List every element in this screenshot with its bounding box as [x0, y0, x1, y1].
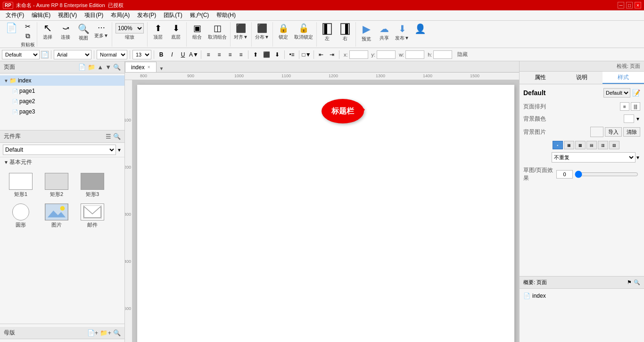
layout-grid-button[interactable]: ≡ [620, 102, 629, 111]
toolbar-zoom-in-button[interactable]: 🔍 视图 [75, 22, 92, 42]
comp-rect1[interactable]: 矩形1 [4, 171, 38, 200]
style-select[interactable]: Default [2, 50, 40, 59]
toolbar-unlock-button[interactable]: 🔓 取消锁定 [293, 22, 314, 41]
italic-button[interactable]: I [167, 50, 177, 59]
valign-top-button[interactable]: ⬆ [251, 50, 260, 59]
tree-item-page1[interactable]: 📄 page1 [0, 86, 124, 96]
toolbar-zoom-button[interactable]: 100% 75% 50% 150% 200% 缩放 [114, 22, 145, 41]
toolbar-copy-button[interactable]: ⧉ [21, 32, 35, 41]
components-search-button[interactable]: 🔍 [113, 133, 121, 140]
bg-image-import-button[interactable]: 导入 [605, 127, 622, 137]
right-tab-properties[interactable]: 属性 [520, 72, 561, 84]
canvas-wrapper[interactable]: 100 200 300 400 500 标题栏 [125, 80, 519, 342]
pages-move-up-button[interactable]: ▲ [97, 64, 103, 71]
toolbar-distribute-button[interactable]: ⬛ 分布▼ [254, 22, 271, 41]
style-name-select[interactable]: Default [603, 88, 630, 98]
fmt-new-style-button[interactable]: 📄 [41, 51, 49, 58]
right-tab-notes[interactable]: 说明 [561, 72, 603, 84]
menu-file[interactable]: 文件(F) [2, 10, 28, 20]
comp-rect3[interactable]: 矩形3 [75, 171, 109, 200]
tree-item-page2[interactable]: 📄 page2 [0, 96, 124, 106]
valign-mid-button[interactable]: ⬛ [262, 50, 271, 59]
x-input[interactable] [349, 50, 368, 59]
toolbar-bottom-button[interactable]: ⬇ 底层 [167, 22, 184, 41]
tile-btn-5[interactable]: ▥ [598, 141, 608, 149]
toolbar-share-button[interactable]: ☁ 共享 [376, 22, 393, 42]
tile-btn-1[interactable]: ▪ [553, 141, 563, 149]
close-button[interactable]: × [635, 2, 641, 8]
layout-col-button[interactable]: ||| [631, 102, 640, 111]
tree-item-page3[interactable]: 📄 page3 [0, 106, 124, 117]
sketch-slider[interactable] [575, 171, 638, 178]
tab-dropdown-button[interactable]: ▼ [158, 65, 165, 72]
right-tab-style[interactable]: 样式 [603, 72, 644, 84]
zoom-select[interactable]: 100% 75% 50% 150% 200% [116, 23, 144, 33]
toolbar-more-button[interactable]: ⋯ 更多▼ [93, 22, 110, 40]
tab-close-button[interactable]: × [148, 65, 150, 70]
bg-color-dropdown[interactable]: ▼ [636, 116, 640, 122]
menu-layout[interactable]: 布局(A) [107, 10, 133, 20]
toolbar-select-button[interactable]: ↖ 选择 [39, 22, 56, 41]
bold-button[interactable]: B [157, 50, 166, 59]
component-library-select[interactable]: Default [3, 145, 116, 155]
menu-help[interactable]: 帮助(H) [213, 10, 239, 20]
style-edit-button[interactable]: 📝 [632, 89, 640, 97]
comp-circle[interactable]: 圆形 [4, 202, 38, 230]
masters-add-folder-button[interactable]: 📁+ [100, 329, 111, 336]
comp-email[interactable]: 邮件 [75, 202, 109, 230]
tile-btn-2[interactable]: ▦ [564, 141, 574, 149]
toolbar-connect-button[interactable]: ⤻ 连接 [57, 22, 74, 41]
menu-edit[interactable]: 编辑(E) [28, 10, 54, 20]
collapse-basic-button[interactable]: ▼ [4, 160, 8, 165]
pages-search-button[interactable]: 🔍 [113, 64, 121, 71]
tile-btn-3[interactable]: ▩ [575, 141, 586, 149]
toolbar-align-button[interactable]: ⬛ 对齐▼ [232, 22, 249, 41]
toolbar-lock-button[interactable]: 🔒 锁定 [275, 22, 292, 41]
toolbar-preview-button[interactable]: ▶ 预览 [358, 22, 375, 43]
maximize-button[interactable]: □ [626, 2, 633, 8]
align-right-button[interactable]: ≡ [225, 50, 235, 59]
underline-button[interactable]: U [178, 50, 188, 59]
tree-item-index[interactable]: ▼ 📁 index [0, 75, 124, 86]
toolbar-cut-button[interactable]: ✂ [21, 22, 35, 31]
valign-bottom-button[interactable]: ⬇ [272, 50, 282, 59]
toolbar-group-button[interactable]: ▣ 组合 [189, 22, 206, 41]
toolbar-left-panel-button[interactable]: ▌ 左 [319, 22, 336, 43]
summary-search-button[interactable]: 🔍 [634, 279, 640, 285]
tile-btn-6[interactable]: ▧ [609, 141, 619, 149]
menu-project[interactable]: 项目(P) [81, 10, 107, 20]
y-input[interactable] [377, 50, 396, 59]
tile-btn-4[interactable]: ▤ [586, 141, 597, 149]
toolbar-top-button[interactable]: ⬆ 顶层 [149, 22, 166, 41]
comp-image[interactable]: 图片 [40, 202, 74, 230]
size-select[interactable]: 13 10 12 14 16 18 [132, 50, 151, 59]
toolbar-ungroup-button[interactable]: ◫ 取消组合 [206, 22, 228, 41]
menu-publish[interactable]: 发布(P) [133, 10, 160, 20]
bg-color-swatch[interactable] [624, 114, 634, 123]
bullet-button[interactable]: •≡ [287, 50, 297, 59]
weight-select[interactable]: Normal Bold Italic [97, 50, 127, 59]
toolbar-new-button[interactable]: 📄 [3, 22, 20, 34]
align-justify-button[interactable]: ≡ [236, 50, 246, 59]
masters-add-button[interactable]: 📄+ [87, 329, 99, 336]
masters-search-button[interactable]: 🔍 [113, 329, 121, 336]
comp-rect2[interactable]: 矩形2 [40, 171, 74, 200]
canvas[interactable]: 标题栏 [137, 85, 514, 342]
font-color-button[interactable]: A▼ [189, 50, 198, 59]
tab-index[interactable]: index × [125, 62, 157, 72]
border-button[interactable]: □▼ [302, 50, 311, 59]
menu-team[interactable]: 团队(T) [160, 10, 186, 20]
pages-move-down-button[interactable]: ▼ [105, 64, 111, 71]
summary-item-index[interactable]: 📄 index [523, 291, 640, 301]
bg-image-clear-button[interactable]: 清除 [623, 127, 640, 137]
align-left-button[interactable]: ≡ [204, 50, 213, 59]
indent-right-button[interactable]: ⇥ [327, 50, 337, 59]
pages-add-folder-button[interactable]: 📁 [88, 64, 95, 71]
menu-account[interactable]: 账户(C) [186, 10, 213, 20]
menu-view[interactable]: 视图(V) [54, 10, 81, 20]
repeat-select[interactable]: 不重复 重复 横向重复 纵向重复 [552, 152, 636, 163]
toolbar-right-panel-button[interactable]: ▐ 右 [337, 22, 354, 43]
indent-left-button[interactable]: ⇤ [316, 50, 326, 59]
summary-filter-button[interactable]: ⚑ [627, 279, 632, 285]
h-input[interactable] [433, 50, 452, 59]
